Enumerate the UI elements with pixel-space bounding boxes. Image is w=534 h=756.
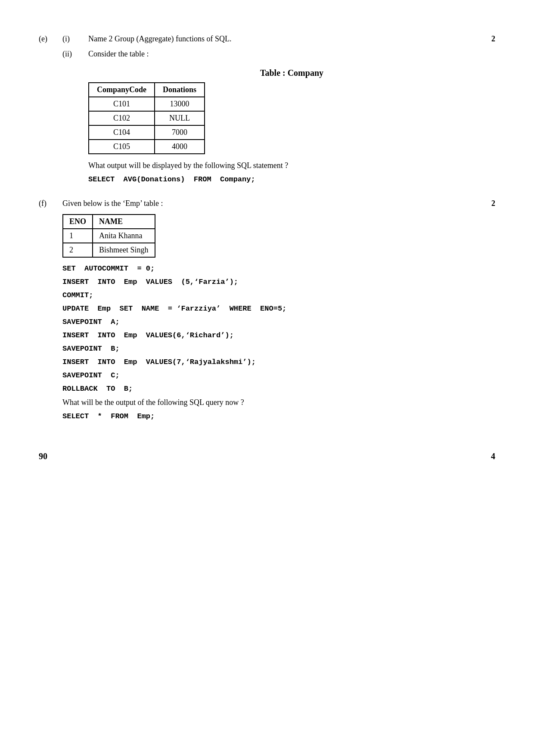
- table-row: C101 13000: [89, 97, 205, 111]
- f-output-question: What will be the output of the following…: [62, 398, 474, 407]
- sql-insert-rajya: INSERT INTO Emp VALUES(7,‘Rajyalakshmi’)…: [62, 358, 474, 366]
- col-eno: ENO: [63, 215, 93, 229]
- sql-statement: SELECT AVG(Donations) FROM Company;: [88, 175, 495, 184]
- output-question: What output will be displayed by the fol…: [88, 161, 495, 170]
- sql-insert-farzia: INSERT INTO Emp VALUES (5,‘Farzia’);: [62, 278, 474, 286]
- page-content: (e) (i) Name 2 Group (Aggregate) functio…: [39, 34, 495, 461]
- table-row: 1 Anita Khanna: [63, 229, 155, 243]
- sub-ii-label: (ii): [62, 50, 88, 59]
- page-number: 90: [39, 451, 47, 461]
- f-marks: 2: [474, 199, 495, 426]
- cell-code: C104: [89, 125, 155, 140]
- table-row: 2 Bishmeet Singh: [63, 243, 155, 257]
- sql-commit: COMMIT;: [62, 291, 474, 299]
- sub-ii-text: Consider the table :: [88, 50, 149, 59]
- sub-ii: (ii) Consider the table : Table : Compan…: [62, 50, 495, 189]
- cell-code: C101: [89, 97, 155, 111]
- e-label: (e): [39, 34, 62, 192]
- sql-insert-richard: INSERT INTO Emp VALUES(6,‘Richard’);: [62, 331, 474, 339]
- section-e: (e) (i) Name 2 Group (Aggregate) functio…: [39, 34, 495, 192]
- cell-name: Bishmeet Singh: [93, 243, 155, 257]
- cell-donations: NULL: [155, 111, 205, 125]
- sql-savepoint-b: SAVEPOINT B;: [62, 345, 474, 353]
- sub-i-text: Name 2 Group (Aggregate) functions of SQ…: [88, 34, 231, 43]
- sql-set-autocommit: SET AUTOCOMMIT = 0;: [62, 264, 474, 273]
- table-row: C102 NULL: [89, 111, 205, 125]
- table-row: C105 4000: [89, 140, 205, 154]
- cell-code: C105: [89, 140, 155, 154]
- f-body: Given below is the ‘Emp’ table : ENO NAM…: [62, 199, 474, 426]
- section-f: (f) Given below is the ‘Emp’ table : ENO…: [39, 199, 495, 426]
- col-name: NAME: [93, 215, 155, 229]
- cell-eno: 2: [63, 243, 93, 257]
- f-label: (f): [39, 199, 62, 426]
- company-table: CompanyCode Donations C101 13000 C102: [88, 82, 205, 154]
- sql-rollback: ROLLBACK TO B;: [62, 385, 474, 393]
- sql-final: SELECT * FROM Emp;: [62, 412, 474, 420]
- col-donations: Donations: [155, 83, 205, 97]
- sub-ii-header: (ii) Consider the table :: [62, 50, 495, 59]
- cell-code: C102: [89, 111, 155, 125]
- center-number: 4: [491, 451, 495, 461]
- f-intro: Given below is the ‘Emp’ table :: [62, 199, 474, 208]
- cell-donations: 7000: [155, 125, 205, 140]
- e-body: (i) Name 2 Group (Aggregate) functions o…: [62, 34, 495, 192]
- table-title: Table : Company: [88, 68, 495, 78]
- page-footer: 90 4: [39, 451, 495, 461]
- col-companycode: CompanyCode: [89, 83, 155, 97]
- sub-i-marks: 2: [474, 34, 495, 44]
- cell-name: Anita Khanna: [93, 229, 155, 243]
- sql-update: UPDATE Emp SET NAME = ‘Farzziya’ WHERE E…: [62, 305, 474, 313]
- sql-savepoint-a: SAVEPOINT A;: [62, 318, 474, 326]
- cell-donations: 13000: [155, 97, 205, 111]
- sub-i-body: Name 2 Group (Aggregate) functions of SQ…: [88, 34, 474, 44]
- sub-i-label: (i): [62, 34, 88, 44]
- company-table-section: Table : Company CompanyCode Donations C1…: [88, 61, 495, 189]
- cell-donations: 4000: [155, 140, 205, 154]
- emp-table: ENO NAME 1 Anita Khanna 2 Bishmeet Singh: [62, 214, 155, 258]
- table-row: C104 7000: [89, 125, 205, 140]
- sub-i: (i) Name 2 Group (Aggregate) functions o…: [62, 34, 495, 44]
- sql-savepoint-c: SAVEPOINT C;: [62, 371, 474, 380]
- cell-eno: 1: [63, 229, 93, 243]
